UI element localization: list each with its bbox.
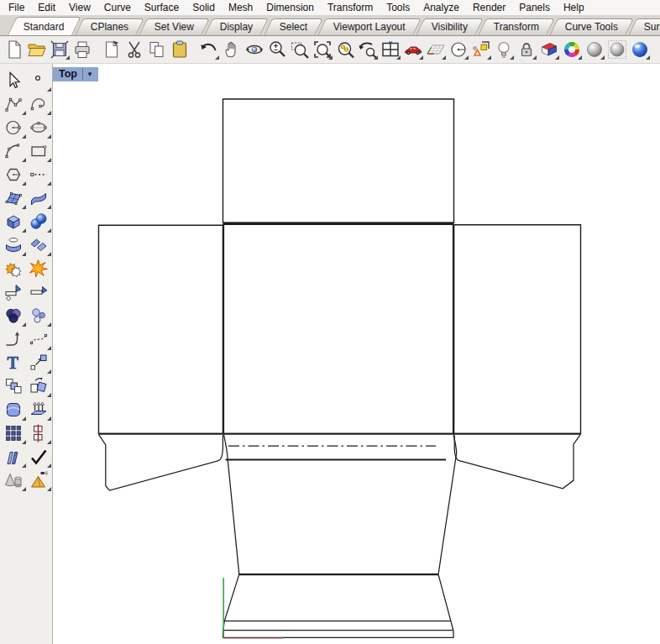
- tab-transform[interactable]: Transform: [478, 18, 555, 35]
- rotate-button[interactable]: [26, 374, 51, 398]
- surface-revolve-button[interactable]: [1, 233, 26, 257]
- viewport-layout-button[interactable]: [379, 38, 401, 61]
- menu-analyze[interactable]: Analyze: [416, 1, 466, 15]
- cone-cylinder-button[interactable]: [1, 469, 26, 492]
- left-bottom-flap[interactable]: [99, 434, 223, 490]
- lip-right-edge[interactable]: [438, 574, 451, 621]
- circle-radius-button[interactable]: [447, 38, 469, 61]
- cut-scissors-button[interactable]: [123, 38, 145, 61]
- menu-view[interactable]: View: [62, 1, 97, 15]
- zoom-extents-button[interactable]: [311, 38, 333, 61]
- ellipse-button[interactable]: [26, 116, 51, 139]
- tab-display[interactable]: Display: [204, 18, 269, 35]
- ghosted-sphere-button[interactable]: [605, 38, 628, 61]
- fillet-curve-button[interactable]: [1, 327, 26, 351]
- select-arrow-button[interactable]: [1, 69, 26, 92]
- extrude-button[interactable]: [26, 398, 51, 421]
- center-panel-outline[interactable]: [223, 224, 453, 433]
- undo-arrow-button[interactable]: [197, 38, 220, 61]
- scale-button[interactable]: [26, 351, 51, 374]
- zoom-dynamic-button[interactable]: [265, 38, 288, 61]
- tuck-flap-left-edge[interactable]: [224, 435, 239, 574]
- lip3-right-edge[interactable]: [453, 631, 454, 638]
- rectangular-array-button[interactable]: [1, 421, 26, 445]
- menu-solid[interactable]: Solid: [186, 1, 222, 15]
- rectangle-button[interactable]: [26, 139, 51, 163]
- zoom-selected-button[interactable]: [333, 38, 356, 61]
- tab-standard[interactable]: Standard: [7, 17, 81, 36]
- right-bottom-flap[interactable]: [454, 434, 580, 489]
- viewport-title[interactable]: Top: [59, 68, 77, 80]
- lock-button[interactable]: [515, 38, 537, 61]
- group-circles-button[interactable]: [26, 304, 51, 327]
- text-button[interactable]: [1, 351, 26, 374]
- zoom-window-button[interactable]: [288, 38, 311, 61]
- paste-clipboard-button[interactable]: [168, 38, 191, 61]
- tab-viewport-layout[interactable]: Viewport Layout: [317, 18, 422, 35]
- arc-button[interactable]: [1, 139, 26, 163]
- interpolate-curve-button[interactable]: [26, 92, 51, 116]
- copy-button[interactable]: [145, 38, 168, 61]
- menu-curve[interactable]: Curve: [97, 1, 138, 15]
- named-view-car-button[interactable]: [401, 38, 424, 61]
- menu-mesh[interactable]: Mesh: [222, 1, 259, 15]
- menu-surface[interactable]: Surface: [138, 1, 186, 15]
- boolean-2d-button[interactable]: [1, 304, 26, 327]
- edit-page-button[interactable]: [100, 38, 123, 61]
- viewport-top[interactable]: Top ▼: [53, 64, 660, 644]
- array-red-line-button[interactable]: [26, 421, 51, 445]
- color-wheel-button[interactable]: [560, 38, 583, 61]
- join-button[interactable]: [1, 445, 26, 469]
- tab-set-view[interactable]: Set View: [139, 18, 210, 35]
- menu-transform[interactable]: Transform: [321, 1, 380, 15]
- tab-visibility[interactable]: Visibility: [416, 18, 484, 35]
- open-folder-button[interactable]: [25, 38, 48, 61]
- tab-surface-tools[interactable]: Surface Tools: [628, 18, 660, 35]
- chevron-down-icon[interactable]: ▼: [83, 71, 97, 78]
- sphere-button[interactable]: [26, 210, 51, 233]
- box-button[interactable]: [1, 210, 26, 233]
- save-button[interactable]: [48, 38, 71, 61]
- print-button[interactable]: [71, 38, 93, 61]
- copy-array-button[interactable]: [1, 374, 26, 398]
- menu-tools[interactable]: Tools: [380, 1, 416, 15]
- layer-wedge-button[interactable]: [537, 38, 560, 61]
- top-flap-outline[interactable]: [223, 99, 454, 223]
- tab-curve-tools[interactable]: Curve Tools: [549, 18, 634, 35]
- menu-render[interactable]: Render: [466, 1, 512, 15]
- polygon-button[interactable]: [1, 163, 26, 186]
- trim-button[interactable]: [1, 280, 26, 304]
- line-segments-button[interactable]: [26, 163, 51, 186]
- object-snap-filter-button[interactable]: [469, 38, 492, 61]
- new-document-button[interactable]: [3, 38, 25, 61]
- tab-select[interactable]: Select: [264, 18, 323, 35]
- tab-cplanes[interactable]: CPlanes: [75, 18, 144, 35]
- light-bulb-button[interactable]: [492, 38, 515, 61]
- right-panel-outline[interactable]: [454, 225, 581, 434]
- boolean-union-button[interactable]: [1, 257, 26, 280]
- lip2-right-edge[interactable]: [451, 621, 453, 631]
- fillet-edge-button[interactable]: [1, 398, 26, 421]
- viewport-title-bar[interactable]: Top ▼: [53, 67, 98, 81]
- pan-hand-button[interactable]: [220, 38, 243, 61]
- rendered-sphere-button[interactable]: [628, 38, 651, 61]
- menu-help[interactable]: Help: [557, 1, 591, 15]
- menu-edit[interactable]: Edit: [31, 1, 62, 15]
- shaded-sphere-button[interactable]: [583, 38, 605, 61]
- undo-view-button[interactable]: [356, 38, 379, 61]
- circle-button[interactable]: [1, 116, 26, 139]
- surface-planar-button[interactable]: [26, 233, 51, 257]
- check-mark-button[interactable]: [26, 445, 51, 469]
- menu-file[interactable]: File: [2, 1, 31, 15]
- lip-left-edge[interactable]: [224, 574, 239, 621]
- blend-curve-button[interactable]: [26, 327, 51, 351]
- menu-dimension[interactable]: Dimension: [259, 1, 321, 15]
- split-button[interactable]: [26, 280, 51, 304]
- pyramid-spray-button[interactable]: [26, 469, 51, 492]
- left-panel-outline[interactable]: [99, 225, 223, 433]
- surface-points-button[interactable]: [1, 186, 26, 210]
- tuck-flap-right-edge[interactable]: [438, 435, 457, 574]
- control-point-curve-button[interactable]: [1, 92, 26, 116]
- rotate-view-button[interactable]: [243, 38, 265, 61]
- point-button[interactable]: [26, 69, 51, 92]
